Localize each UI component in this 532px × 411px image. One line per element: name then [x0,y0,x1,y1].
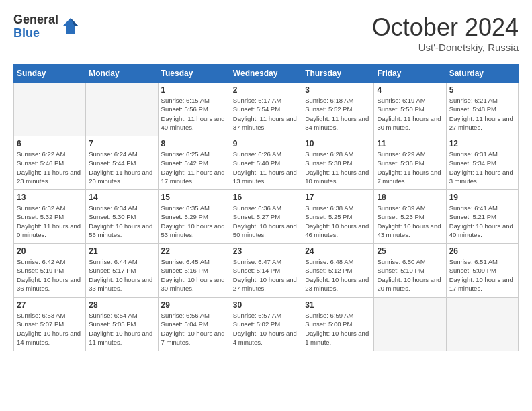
day-cell: 11Sunrise: 6:29 AMSunset: 5:36 PMDayligh… [374,136,446,190]
week-row-2: 6Sunrise: 6:22 AMSunset: 5:46 PMDaylight… [14,136,519,190]
day-number: 23 [233,246,299,256]
day-info: Sunrise: 6:36 AMSunset: 5:27 PMDaylight:… [233,203,299,239]
day-info: Sunrise: 6:22 AMSunset: 5:46 PMDaylight:… [17,150,83,185]
day-info: Sunrise: 6:47 AMSunset: 5:14 PMDaylight:… [233,257,299,293]
day-info: Sunrise: 6:17 AMSunset: 5:54 PMDaylight:… [233,96,299,132]
day-cell: 18Sunrise: 6:39 AMSunset: 5:23 PMDayligh… [374,190,446,244]
day-info: Sunrise: 6:53 AMSunset: 5:07 PMDaylight:… [17,311,83,347]
day-info: Sunrise: 6:48 AMSunset: 5:12 PMDaylight:… [305,257,371,293]
day-cell: 21Sunrise: 6:44 AMSunset: 5:17 PMDayligh… [86,244,158,298]
location: Ust'-Donetskiy, Russia [372,42,519,53]
month-title: October 2024 [372,13,519,42]
day-info: Sunrise: 6:31 AMSunset: 5:34 PMDaylight:… [449,150,515,185]
logo-icon [61,17,80,38]
day-number: 26 [449,246,515,256]
day-cell: 6Sunrise: 6:22 AMSunset: 5:46 PMDaylight… [14,136,86,190]
day-number: 18 [377,193,443,202]
day-info: Sunrise: 6:29 AMSunset: 5:36 PMDaylight:… [377,150,443,185]
day-info: Sunrise: 6:26 AMSunset: 5:40 PMDaylight:… [233,150,299,185]
day-cell: 10Sunrise: 6:28 AMSunset: 5:38 PMDayligh… [302,136,374,190]
week-row-5: 27Sunrise: 6:53 AMSunset: 5:07 PMDayligh… [14,298,519,351]
page-header: General Blue October 2024 Ust'-Donetskiy… [13,13,519,53]
day-number: 3 [305,85,371,95]
day-cell: 4Sunrise: 6:19 AMSunset: 5:50 PMDaylight… [374,83,446,136]
day-cell: 22Sunrise: 6:45 AMSunset: 5:16 PMDayligh… [158,244,230,298]
logo-general: General [13,13,58,27]
day-number: 29 [161,300,227,310]
col-header-saturday: Saturday [446,64,518,83]
day-number: 10 [305,139,371,148]
col-header-tuesday: Tuesday [158,64,230,83]
col-header-monday: Monday [86,64,158,83]
day-cell: 13Sunrise: 6:32 AMSunset: 5:32 PMDayligh… [14,190,86,244]
day-cell: 16Sunrise: 6:36 AMSunset: 5:27 PMDayligh… [230,190,302,244]
day-cell: 24Sunrise: 6:48 AMSunset: 5:12 PMDayligh… [302,244,374,298]
day-number: 13 [17,193,83,202]
day-number: 27 [17,300,83,310]
week-row-4: 20Sunrise: 6:42 AMSunset: 5:19 PMDayligh… [14,244,519,298]
day-cell: 14Sunrise: 6:34 AMSunset: 5:30 PMDayligh… [86,190,158,244]
day-info: Sunrise: 6:39 AMSunset: 5:23 PMDaylight:… [377,203,443,239]
col-header-sunday: Sunday [14,64,86,83]
day-number: 5 [449,85,515,95]
logo-text: General Blue [13,13,58,40]
day-cell: 3Sunrise: 6:18 AMSunset: 5:52 PMDaylight… [302,83,374,136]
col-header-thursday: Thursday [302,64,374,83]
day-number: 19 [449,193,515,202]
day-info: Sunrise: 6:50 AMSunset: 5:10 PMDaylight:… [377,257,443,293]
col-header-friday: Friday [374,64,446,83]
day-number: 14 [89,193,154,202]
day-info: Sunrise: 6:19 AMSunset: 5:50 PMDaylight:… [377,96,443,132]
header-row: SundayMondayTuesdayWednesdayThursdayFrid… [14,64,519,83]
day-info: Sunrise: 6:35 AMSunset: 5:29 PMDaylight:… [161,203,227,239]
week-row-1: 1Sunrise: 6:15 AMSunset: 5:56 PMDaylight… [14,83,519,136]
day-info: Sunrise: 6:38 AMSunset: 5:25 PMDaylight:… [305,203,371,239]
day-number: 16 [233,193,299,202]
day-info: Sunrise: 6:44 AMSunset: 5:17 PMDaylight:… [89,257,154,293]
day-number: 17 [305,193,371,202]
day-info: Sunrise: 6:18 AMSunset: 5:52 PMDaylight:… [305,96,371,132]
day-number: 15 [161,193,227,202]
day-info: Sunrise: 6:56 AMSunset: 5:04 PMDaylight:… [161,311,227,347]
day-cell: 23Sunrise: 6:47 AMSunset: 5:14 PMDayligh… [230,244,302,298]
day-cell: 5Sunrise: 6:21 AMSunset: 5:48 PMDaylight… [446,83,518,136]
day-number: 2 [233,85,299,95]
day-cell: 25Sunrise: 6:50 AMSunset: 5:10 PMDayligh… [374,244,446,298]
day-cell: 31Sunrise: 6:59 AMSunset: 5:00 PMDayligh… [302,298,374,351]
calendar-table: SundayMondayTuesdayWednesdayThursdayFrid… [13,64,519,351]
day-info: Sunrise: 6:54 AMSunset: 5:05 PMDaylight:… [89,311,154,347]
day-number: 31 [305,300,371,310]
day-number: 20 [17,246,83,256]
day-cell: 15Sunrise: 6:35 AMSunset: 5:29 PMDayligh… [158,190,230,244]
logo-blue: Blue [13,27,58,40]
day-number: 28 [89,300,154,310]
day-cell: 12Sunrise: 6:31 AMSunset: 5:34 PMDayligh… [446,136,518,190]
day-number: 6 [17,139,83,148]
day-cell [374,298,446,351]
day-cell [446,298,518,351]
day-cell: 28Sunrise: 6:54 AMSunset: 5:05 PMDayligh… [86,298,158,351]
day-cell [86,83,158,136]
day-number: 12 [449,139,515,148]
day-cell: 20Sunrise: 6:42 AMSunset: 5:19 PMDayligh… [14,244,86,298]
day-number: 30 [233,300,299,310]
title-block: October 2024 Ust'-Donetskiy, Russia [372,13,519,53]
col-header-wednesday: Wednesday [230,64,302,83]
day-cell [14,83,86,136]
day-cell: 2Sunrise: 6:17 AMSunset: 5:54 PMDaylight… [230,83,302,136]
day-number: 7 [89,139,154,148]
day-cell: 17Sunrise: 6:38 AMSunset: 5:25 PMDayligh… [302,190,374,244]
week-row-3: 13Sunrise: 6:32 AMSunset: 5:32 PMDayligh… [14,190,519,244]
day-number: 4 [377,85,443,95]
day-info: Sunrise: 6:15 AMSunset: 5:56 PMDaylight:… [161,96,227,132]
day-info: Sunrise: 6:25 AMSunset: 5:42 PMDaylight:… [161,150,227,185]
day-info: Sunrise: 6:42 AMSunset: 5:19 PMDaylight:… [17,257,83,293]
day-number: 11 [377,139,443,148]
day-cell: 26Sunrise: 6:51 AMSunset: 5:09 PMDayligh… [446,244,518,298]
day-number: 8 [161,139,227,148]
day-cell: 29Sunrise: 6:56 AMSunset: 5:04 PMDayligh… [158,298,230,351]
day-info: Sunrise: 6:41 AMSunset: 5:21 PMDaylight:… [449,203,515,239]
day-info: Sunrise: 6:21 AMSunset: 5:48 PMDaylight:… [449,96,515,132]
day-info: Sunrise: 6:34 AMSunset: 5:30 PMDaylight:… [89,203,154,239]
day-info: Sunrise: 6:59 AMSunset: 5:00 PMDaylight:… [305,311,371,347]
